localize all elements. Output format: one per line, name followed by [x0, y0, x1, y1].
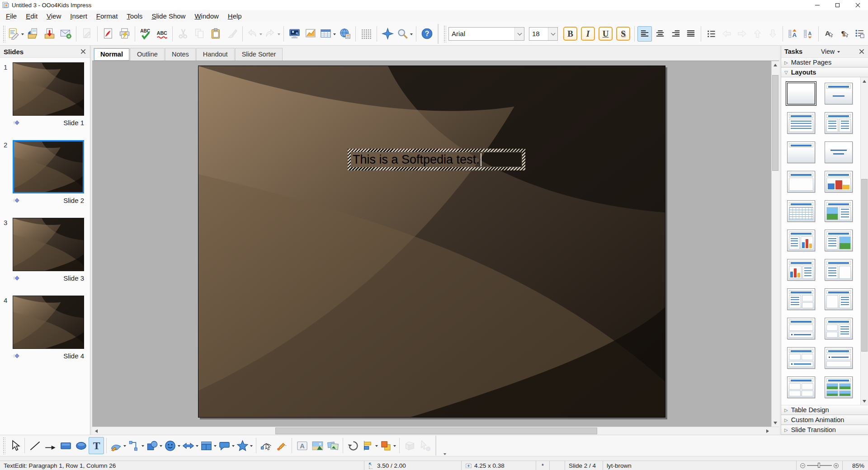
- slide-item-3[interactable]: 3Slide 3: [0, 214, 90, 292]
- slide-editing-area[interactable]: This is a Softpedia test.: [198, 66, 665, 418]
- menu-help[interactable]: Help: [223, 11, 246, 21]
- layout-title-bullets-picture[interactable]: [825, 230, 853, 251]
- bold-button[interactable]: B: [563, 27, 577, 41]
- arrange-button[interactable]: [379, 437, 397, 454]
- dropdown-arrow-icon[interactable]: [196, 445, 198, 448]
- zoom-slider-track[interactable]: [807, 465, 832, 466]
- layout-blank[interactable]: [787, 83, 815, 104]
- section-custom-animation[interactable]: ▷ Custom Animation: [781, 415, 868, 425]
- auto-spellcheck-button[interactable]: ABC: [154, 25, 170, 43]
- dropdown-arrow-icon[interactable]: [178, 445, 180, 448]
- dropdown-arrow-icon[interactable]: [278, 33, 280, 37]
- slide-canvas[interactable]: This is a Softpedia test.: [92, 61, 771, 427]
- save-button[interactable]: [41, 25, 57, 43]
- layout-title-picture-bullets[interactable]: [825, 200, 853, 222]
- vertical-scroll-track[interactable]: [772, 69, 779, 419]
- dropdown-arrow-icon[interactable]: [21, 33, 24, 37]
- tab-notes[interactable]: Notes: [165, 48, 196, 61]
- scroll-left-button[interactable]: [92, 427, 100, 435]
- layout-title-bullets-content[interactable]: [825, 259, 853, 281]
- navigator-button[interactable]: [379, 25, 396, 43]
- horizontal-scrollbar[interactable]: [92, 427, 771, 435]
- rotate-button[interactable]: [345, 437, 361, 454]
- curve-button[interactable]: [109, 437, 127, 454]
- slide-thumbnail[interactable]: [13, 140, 84, 193]
- slides-panel-close-button[interactable]: [80, 48, 86, 55]
- dropdown-arrow-icon[interactable]: [250, 445, 253, 448]
- section-master-pages[interactable]: ▷ Master Pages: [781, 57, 868, 67]
- ellipse-button[interactable]: [73, 437, 89, 454]
- layout-title-four-content[interactable]: [787, 376, 815, 398]
- layouts-scroll-down-button[interactable]: [861, 397, 868, 405]
- justify-button[interactable]: [684, 26, 698, 42]
- layout-title-bullets-two-content[interactable]: [787, 288, 815, 310]
- underline-button[interactable]: U: [599, 27, 613, 41]
- flowchart-button[interactable]: [199, 437, 217, 454]
- send-email-button[interactable]: [57, 25, 74, 43]
- minimize-button[interactable]: [807, 0, 827, 10]
- layout-title-bulletline-content[interactable]: [825, 347, 853, 369]
- glue-points-button[interactable]: [274, 437, 289, 454]
- dropdown-arrow-icon[interactable]: [375, 445, 378, 448]
- fontwork-button[interactable]: A: [294, 437, 310, 454]
- scroll-right-button[interactable]: [764, 427, 771, 435]
- insert-chart-button[interactable]: [302, 25, 319, 43]
- horizontal-scroll-track[interactable]: [100, 427, 764, 435]
- dropdown-arrow-icon[interactable]: [214, 445, 217, 448]
- align-right-button[interactable]: [668, 26, 683, 42]
- zoom-out-button[interactable]: [800, 463, 805, 468]
- menu-format[interactable]: Format: [92, 11, 123, 21]
- layouts-scrollbar[interactable]: [860, 77, 868, 405]
- status-zoom-value[interactable]: 85%: [843, 461, 868, 470]
- line-button[interactable]: [27, 437, 42, 454]
- layout-title-four-pictures[interactable]: [825, 376, 853, 398]
- menu-view[interactable]: View: [42, 11, 66, 21]
- align-center-button[interactable]: [653, 26, 667, 42]
- shadow-button[interactable]: S: [616, 27, 630, 41]
- help-button[interactable]: ?: [419, 25, 435, 43]
- display-grid-button[interactable]: [358, 25, 374, 43]
- tasks-view-menu[interactable]: View: [821, 48, 840, 55]
- zoom-in-button[interactable]: [834, 463, 839, 468]
- rectangle-button[interactable]: [58, 437, 73, 454]
- slide-item-4[interactable]: 4Slide 4: [0, 292, 90, 370]
- connector-button[interactable]: [127, 437, 145, 454]
- gallery-button[interactable]: [325, 437, 340, 454]
- increase-font-button[interactable]: A: [786, 26, 800, 42]
- layouts-scroll-up-button[interactable]: [861, 77, 868, 85]
- export-pdf-button[interactable]: [100, 25, 116, 43]
- open-button[interactable]: [25, 25, 41, 43]
- layouts-scroll-track[interactable]: [861, 85, 868, 397]
- layout-title-content-bulletline[interactable]: [787, 318, 815, 339]
- layout-title-two-content-bullets[interactable]: [825, 318, 853, 339]
- zoom-button[interactable]: [396, 25, 414, 43]
- drawing-toolbar-grip[interactable]: [3, 437, 5, 454]
- font-name-combo[interactable]: Arial: [448, 27, 524, 41]
- scroll-down-button[interactable]: [772, 419, 779, 427]
- insert-picture-button[interactable]: [310, 437, 325, 454]
- paste-button[interactable]: [208, 25, 224, 43]
- menu-edit[interactable]: Edit: [21, 11, 42, 21]
- layout-title-two-boxes-bulletline[interactable]: [787, 347, 815, 369]
- menu-window[interactable]: Window: [190, 11, 223, 21]
- dropdown-arrow-icon[interactable]: [160, 445, 162, 448]
- hyperlink-button[interactable]: [337, 25, 353, 43]
- section-slide-transition[interactable]: ▷ Slide Transition: [781, 425, 868, 435]
- new-presentation-button[interactable]: [7, 25, 25, 43]
- zoom-slider[interactable]: [797, 461, 843, 470]
- layout-title-two-bullets[interactable]: [825, 112, 853, 134]
- vertical-scroll-thumb[interactable]: [772, 75, 778, 171]
- layout-title-only[interactable]: [787, 141, 815, 163]
- font-name-dropdown-icon[interactable]: [514, 28, 524, 40]
- menu-file[interactable]: File: [1, 11, 21, 21]
- block-arrows-button[interactable]: [181, 437, 199, 454]
- vertical-scrollbar[interactable]: [771, 61, 779, 427]
- dropdown-arrow-icon[interactable]: [259, 33, 262, 37]
- layout-title-subtitle[interactable]: [825, 83, 853, 104]
- slide-thumbnail[interactable]: [13, 218, 84, 271]
- scroll-up-button[interactable]: [772, 61, 779, 69]
- layout-title-table[interactable]: [787, 200, 815, 222]
- slide-text-box[interactable]: This is a Softpedia test.: [348, 149, 525, 170]
- layout-title-bullets[interactable]: [787, 112, 815, 134]
- tab-slide-sorter[interactable]: Slide Sorter: [235, 48, 283, 61]
